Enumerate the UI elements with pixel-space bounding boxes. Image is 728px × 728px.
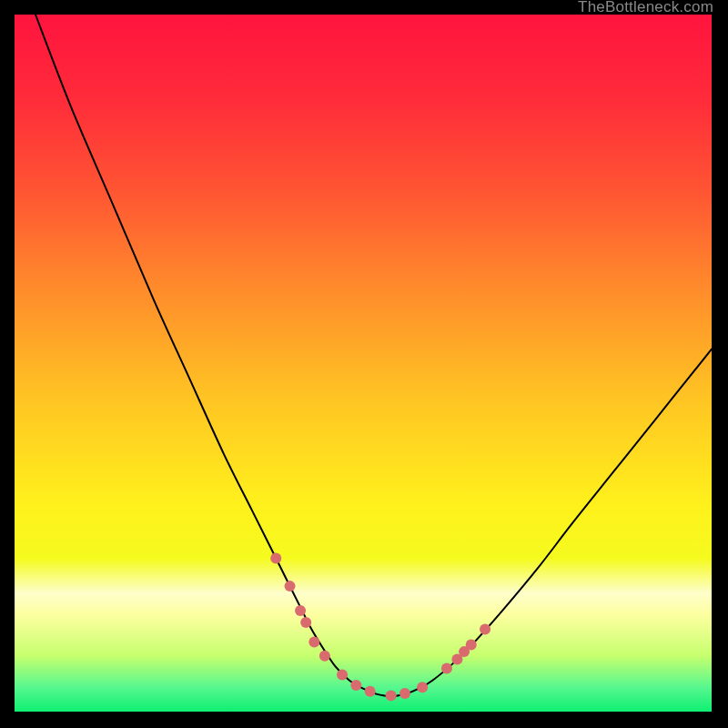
curve-marker bbox=[466, 639, 477, 650]
curve-marker bbox=[480, 624, 490, 635]
bottleneck-curve-path bbox=[35, 15, 712, 696]
chart-curve bbox=[15, 15, 712, 712]
curve-marker bbox=[386, 690, 397, 701]
curve-marker bbox=[295, 605, 306, 616]
curve-marker bbox=[417, 682, 428, 693]
curve-marker bbox=[300, 617, 311, 628]
curve-marker bbox=[308, 636, 319, 647]
curve-marker bbox=[270, 552, 281, 563]
attribution-text: TheBottleneck.com bbox=[578, 0, 713, 16]
curve-marker bbox=[285, 581, 296, 592]
curve-marker bbox=[399, 688, 410, 699]
plot-area bbox=[14, 14, 713, 713]
curve-marker bbox=[350, 680, 361, 691]
chart-container: { "attribution": "TheBottleneck.com", "g… bbox=[0, 0, 728, 728]
curve-marker bbox=[441, 663, 452, 674]
curve-marker bbox=[365, 686, 376, 697]
curve-marker bbox=[319, 651, 330, 662]
curve-marker bbox=[337, 669, 348, 680]
